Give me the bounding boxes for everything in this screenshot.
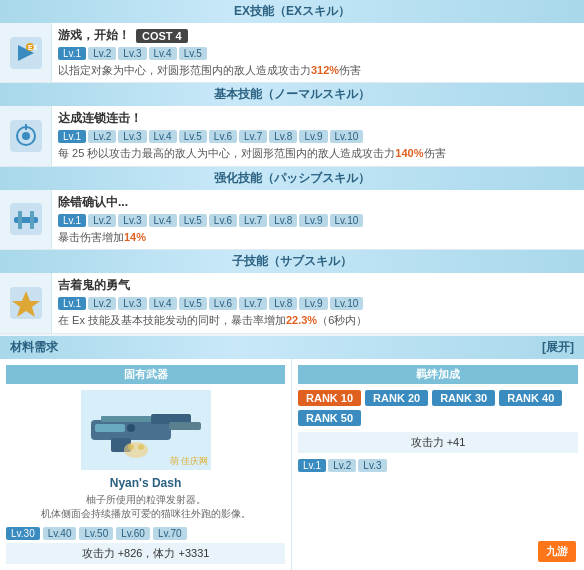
svg-rect-19 xyxy=(95,424,125,432)
bonus-panel: 羁绊加成 RANK 10 RANK 20 RANK 30 RANK 40 RAN… xyxy=(292,359,584,570)
passive-level-7[interactable]: Lv.7 xyxy=(239,214,267,227)
rank-50[interactable]: RANK 50 xyxy=(298,410,361,426)
passive-skill-name: 除错确认中... xyxy=(58,194,128,211)
sub-level-3[interactable]: Lv.3 xyxy=(118,297,146,310)
passive-level-3[interactable]: Lv.3 xyxy=(118,214,146,227)
passive-level-1[interactable]: Lv.1 xyxy=(58,214,86,227)
passive-skill-header: 强化技能（パッシブスキル） xyxy=(0,167,584,190)
weapon-level-60[interactable]: Lv.60 xyxy=(116,527,150,540)
weapon-levels[interactable]: Lv.30 Lv.40 Lv.50 Lv.60 Lv.70 xyxy=(6,527,285,540)
weapon-desc: 柚子所使用的粒弹发射器。 机体侧面会持续播放可爱的猫咪往外跑的影像。 xyxy=(6,493,285,521)
bonus-level-1[interactable]: Lv.1 xyxy=(298,459,326,472)
bonus-stat: 攻击力 +41 xyxy=(298,432,578,453)
svg-point-20 xyxy=(127,424,135,432)
sub-level-9[interactable]: Lv.9 xyxy=(299,297,327,310)
weapon-level-70[interactable]: Lv.70 xyxy=(153,527,187,540)
svg-point-24 xyxy=(138,444,144,450)
normal-skill-name: 达成连锁连击！ xyxy=(58,110,142,127)
ex-skill-levels[interactable]: Lv.1 Lv.2 Lv.3 Lv.4 Lv.5 xyxy=(58,47,578,60)
materials-title: 材料需求 xyxy=(10,339,58,356)
sub-skill-name: 吉着鬼的勇气 xyxy=(58,277,130,294)
rank-grid[interactable]: RANK 10 RANK 20 RANK 30 RANK 40 RANK 50 xyxy=(298,390,578,426)
ex-level-3[interactable]: Lv.3 xyxy=(118,47,146,60)
ex-level-2[interactable]: Lv.2 xyxy=(88,47,116,60)
passive-skill-row: 除错确认中... Lv.1 Lv.2 Lv.3 Lv.4 Lv.5 Lv.6 L… xyxy=(0,190,584,250)
passive-level-10[interactable]: Lv.10 xyxy=(330,214,364,227)
svg-point-23 xyxy=(128,444,134,450)
ex-skill-cost: COST 4 xyxy=(136,29,188,43)
normal-level-2[interactable]: Lv.2 xyxy=(88,130,116,143)
sub-skill-icon xyxy=(0,273,52,332)
normal-level-8[interactable]: Lv.8 xyxy=(269,130,297,143)
normal-level-6[interactable]: Lv.6 xyxy=(209,130,237,143)
passive-level-8[interactable]: Lv.8 xyxy=(269,214,297,227)
normal-skill-levels[interactable]: Lv.1 Lv.2 Lv.3 Lv.4 Lv.5 Lv.6 Lv.7 Lv.8 … xyxy=(58,130,578,143)
normal-level-4[interactable]: Lv.4 xyxy=(149,130,177,143)
rank-40[interactable]: RANK 40 xyxy=(499,390,562,406)
passive-level-2[interactable]: Lv.2 xyxy=(88,214,116,227)
normal-level-10[interactable]: Lv.10 xyxy=(330,130,364,143)
passive-level-9[interactable]: Lv.9 xyxy=(299,214,327,227)
svg-rect-10 xyxy=(18,211,22,229)
passive-skill-levels[interactable]: Lv.1 Lv.2 Lv.3 Lv.4 Lv.5 Lv.6 Lv.7 Lv.8 … xyxy=(58,214,578,227)
watermark-text: 萌 佳庆网 xyxy=(170,455,209,468)
normal-skill-header: 基本技能（ノーマルスキル） xyxy=(0,83,584,106)
ex-skill-icon: EX xyxy=(0,23,52,82)
materials-body: 固有武器 xyxy=(0,359,584,570)
svg-point-6 xyxy=(22,132,30,140)
passive-skill-desc: 暴击伤害增加14% xyxy=(58,230,578,245)
bonus-level-3[interactable]: Lv.3 xyxy=(358,459,386,472)
materials-expand[interactable]: [展开] xyxy=(542,339,574,356)
rank-20[interactable]: RANK 20 xyxy=(365,390,428,406)
passive-skill-icon xyxy=(0,190,52,249)
bonus-level-tabs[interactable]: Lv.1 Lv.2 Lv.3 xyxy=(298,459,578,472)
normal-level-5[interactable]: Lv.5 xyxy=(179,130,207,143)
normal-level-1[interactable]: Lv.1 xyxy=(58,130,86,143)
ex-skill-row: EX 游戏，开始！ COST 4 Lv.1 Lv.2 Lv.3 Lv.4 Lv.… xyxy=(0,23,584,83)
svg-rect-21 xyxy=(101,416,151,422)
normal-skill-desc: 每 25 秒以攻击力最高的敌人为中心，对圆形范围内的敌人造成攻击力140%伤害 xyxy=(58,146,578,161)
rank-30[interactable]: RANK 30 xyxy=(432,390,495,406)
ex-skill-desc: 以指定对象为中心，对圆形范围内的敌人造成攻击力312%伤害 xyxy=(58,63,578,78)
rank-10[interactable]: RANK 10 xyxy=(298,390,361,406)
bonus-level-2[interactable]: Lv.2 xyxy=(328,459,356,472)
weapon-level-50[interactable]: Lv.50 xyxy=(79,527,113,540)
sub-level-1[interactable]: Lv.1 xyxy=(58,297,86,310)
normal-level-7[interactable]: Lv.7 xyxy=(239,130,267,143)
sub-level-8[interactable]: Lv.8 xyxy=(269,297,297,310)
ex-skill-name: 游戏，开始！ xyxy=(58,27,130,44)
ex-skill-content: 游戏，开始！ COST 4 Lv.1 Lv.2 Lv.3 Lv.4 Lv.5 以… xyxy=(52,23,584,82)
ex-level-4[interactable]: Lv.4 xyxy=(149,47,177,60)
weapon-name: Nyan's Dash xyxy=(6,476,285,490)
svg-point-22 xyxy=(124,442,148,458)
sub-level-5[interactable]: Lv.5 xyxy=(179,297,207,310)
ex-skill-header: EX技能（EXスキル） xyxy=(0,0,584,23)
normal-level-9[interactable]: Lv.9 xyxy=(299,130,327,143)
normal-level-3[interactable]: Lv.3 xyxy=(118,130,146,143)
sub-level-4[interactable]: Lv.4 xyxy=(149,297,177,310)
ex-level-1[interactable]: Lv.1 xyxy=(58,47,86,60)
passive-level-5[interactable]: Lv.5 xyxy=(179,214,207,227)
sub-skill-levels[interactable]: Lv.1 Lv.2 Lv.3 Lv.4 Lv.5 Lv.6 Lv.7 Lv.8 … xyxy=(58,297,578,310)
weapon-panel: 固有武器 xyxy=(0,359,292,570)
weapon-panel-header: 固有武器 xyxy=(6,365,285,384)
ex-level-5[interactable]: Lv.5 xyxy=(179,47,207,60)
normal-skill-row: 达成连锁连击！ Lv.1 Lv.2 Lv.3 Lv.4 Lv.5 Lv.6 Lv… xyxy=(0,106,584,166)
svg-text:EX: EX xyxy=(28,44,38,51)
svg-rect-9 xyxy=(14,217,38,223)
weapon-level-40[interactable]: Lv.40 xyxy=(43,527,77,540)
sub-level-2[interactable]: Lv.2 xyxy=(88,297,116,310)
weapon-stats: 攻击力 +826，体力 +3331 xyxy=(6,543,285,564)
weapon-level-30[interactable]: Lv.30 xyxy=(6,527,40,540)
nine-logo: 九游 xyxy=(538,541,576,562)
bonus-panel-header: 羁绊加成 xyxy=(298,365,578,384)
materials-header: 材料需求 [展开] xyxy=(0,336,584,359)
passive-level-4[interactable]: Lv.4 xyxy=(149,214,177,227)
sub-level-10[interactable]: Lv.10 xyxy=(330,297,364,310)
passive-level-6[interactable]: Lv.6 xyxy=(209,214,237,227)
sub-skill-row: 吉着鬼的勇气 Lv.1 Lv.2 Lv.3 Lv.4 Lv.5 Lv.6 Lv.… xyxy=(0,273,584,333)
materials-section: 材料需求 [展开] 固有武器 xyxy=(0,336,584,570)
sub-level-6[interactable]: Lv.6 xyxy=(209,297,237,310)
sub-level-7[interactable]: Lv.7 xyxy=(239,297,267,310)
sub-skill-desc: 在 Ex 技能及基本技能发动的同时，暴击率增加22.3%（6秒内） xyxy=(58,313,578,328)
